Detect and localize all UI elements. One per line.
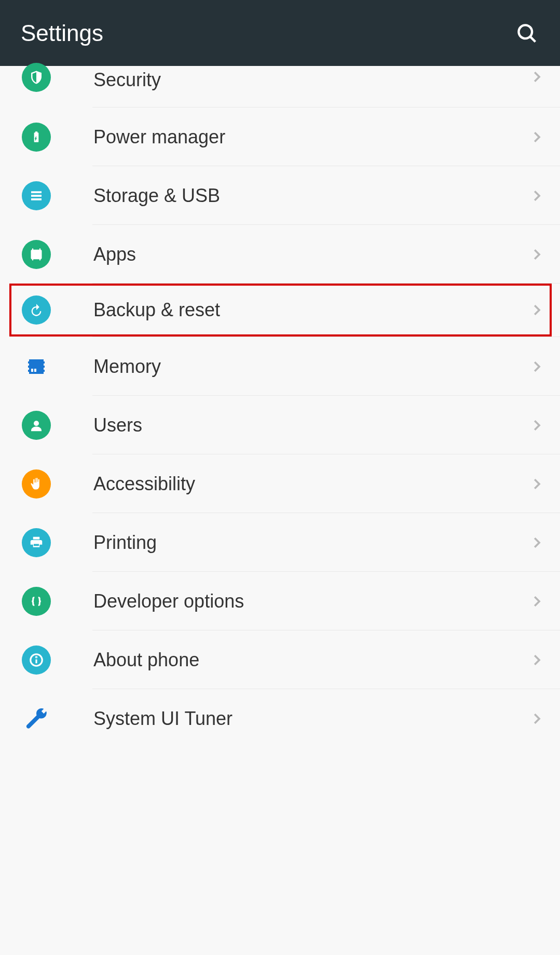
shield-icon: [22, 63, 51, 92]
chevron-right-icon: [529, 69, 544, 85]
memory-icon: [22, 352, 51, 381]
braces-icon: [22, 587, 51, 616]
item-label: Users: [93, 414, 529, 436]
item-system-ui-tuner[interactable]: System UI Tuner: [0, 689, 560, 748]
svg-rect-3: [31, 195, 42, 197]
item-label: Apps: [93, 244, 529, 265]
item-security[interactable]: Security: [0, 66, 560, 107]
item-backup-reset[interactable]: Backup & reset: [9, 284, 552, 337]
chevron-right-icon: [529, 302, 544, 318]
settings-list: Security Power manager Storage & USB App…: [0, 66, 560, 748]
chevron-right-icon: [529, 418, 544, 433]
battery-icon: [22, 123, 51, 152]
svg-rect-2: [31, 191, 42, 193]
item-memory[interactable]: Memory: [0, 337, 560, 396]
svg-rect-4: [31, 198, 42, 200]
header: Settings: [0, 0, 560, 66]
info-icon: [22, 645, 51, 675]
item-label: Power manager: [93, 126, 529, 148]
storage-icon: [22, 181, 51, 210]
printer-icon: [22, 528, 51, 557]
svg-point-7: [34, 421, 39, 426]
search-icon: [515, 22, 538, 45]
item-storage-usb[interactable]: Storage & USB: [0, 166, 560, 225]
user-icon: [22, 411, 51, 440]
item-apps[interactable]: Apps: [0, 225, 560, 284]
apps-icon: [22, 240, 51, 269]
item-label: About phone: [93, 649, 529, 671]
svg-point-0: [518, 25, 532, 38]
svg-rect-6: [34, 369, 36, 372]
item-label: Printing: [93, 532, 529, 554]
page-title: Settings: [21, 20, 103, 46]
refresh-icon: [22, 295, 51, 325]
item-developer-options[interactable]: Developer options: [0, 572, 560, 630]
item-label: Backup & reset: [93, 299, 529, 321]
chevron-right-icon: [529, 476, 544, 492]
wrench-icon: [22, 704, 51, 733]
item-label: Memory: [93, 356, 529, 378]
chevron-right-icon: [529, 535, 544, 550]
item-about-phone[interactable]: About phone: [0, 630, 560, 689]
chevron-right-icon: [529, 129, 544, 145]
item-label: Security: [93, 69, 529, 91]
item-power-manager[interactable]: Power manager: [0, 107, 560, 166]
item-label: Accessibility: [93, 473, 529, 495]
chevron-right-icon: [529, 652, 544, 668]
item-label: Storage & USB: [93, 185, 529, 207]
item-printing[interactable]: Printing: [0, 513, 560, 572]
chevron-right-icon: [529, 247, 544, 262]
search-button[interactable]: [514, 21, 539, 46]
svg-line-1: [530, 36, 535, 42]
item-label: Developer options: [93, 590, 529, 612]
svg-point-10: [36, 656, 36, 657]
item-label: System UI Tuner: [93, 708, 529, 730]
chevron-right-icon: [529, 711, 544, 727]
svg-rect-5: [31, 369, 33, 372]
chevron-right-icon: [529, 594, 544, 609]
chevron-right-icon: [529, 188, 544, 204]
item-users[interactable]: Users: [0, 396, 560, 454]
hand-icon: [22, 469, 51, 499]
item-accessibility[interactable]: Accessibility: [0, 454, 560, 513]
chevron-right-icon: [529, 359, 544, 374]
